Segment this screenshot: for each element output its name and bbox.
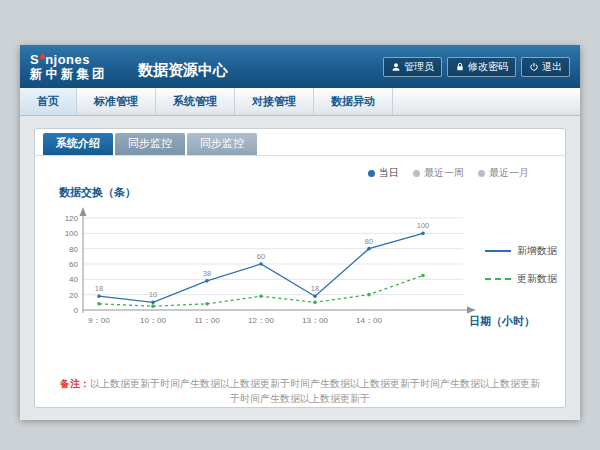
footnote-label: 备注： <box>60 378 90 389</box>
header-action-power[interactable]: 退出 <box>521 57 570 77</box>
filter-3[interactable]: 最近一月 <box>478 166 529 180</box>
filter-2[interactable]: 最近一周 <box>413 166 464 180</box>
legend-line-sample <box>485 250 511 252</box>
nav-item-3[interactable]: 系统管理 <box>156 88 235 115</box>
y-axis-title: 数据交换（条） <box>59 185 565 200</box>
radio-dot-icon <box>368 170 375 177</box>
svg-text:60: 60 <box>69 260 78 269</box>
line-chart: 0204060801001209：0010：0011：0012：0013：001… <box>45 202 497 340</box>
header-actions: 管理员修改密码退出 <box>383 57 570 77</box>
content-area: 系统介绍同步监控同步监控 当日最近一周最近一月 数据交换（条） 02040608… <box>20 116 580 420</box>
header-action-lock[interactable]: 修改密码 <box>447 57 516 77</box>
svg-text:12：00: 12：00 <box>248 316 274 325</box>
user-icon <box>391 62 401 72</box>
filter-label: 最近一月 <box>489 166 529 180</box>
page-title: 数据资源中心 <box>138 53 228 80</box>
svg-text:10：00: 10：00 <box>140 316 166 325</box>
filter-label: 当日 <box>379 166 399 180</box>
svg-text:60: 60 <box>257 252 265 261</box>
legend-label: 新增数据 <box>517 244 557 258</box>
main-nav: 首页标准管理系统管理对接管理数据异动 <box>20 88 580 116</box>
svg-text:80: 80 <box>69 245 78 254</box>
power-icon <box>529 62 539 72</box>
svg-text:0: 0 <box>74 306 79 315</box>
logo-brand: S*njones <box>30 52 122 67</box>
logo-text-prefix: S <box>30 52 39 67</box>
lock-icon <box>455 62 465 72</box>
footnote: 备注：以上数据更新于时间产生数据以上数据更新于时间产生数据以上数据更新于时间产生… <box>35 376 565 406</box>
header-action-label: 管理员 <box>404 60 434 74</box>
footnote-text: 以上数据更新于时间产生数据以上数据更新于时间产生数据以上数据更新于时间产生数据以… <box>90 378 540 404</box>
desktop-background: S*njones 新中新集团 数据资源中心 管理员修改密码退出 首页标准管理系统… <box>0 0 600 450</box>
x-axis-title: 日期（小时） <box>469 314 535 329</box>
logo: S*njones 新中新集团 <box>30 52 122 81</box>
header-action-label: 退出 <box>542 60 562 74</box>
header-action-user[interactable]: 管理员 <box>383 57 442 77</box>
legend-label: 更新数据 <box>517 272 557 286</box>
header-action-label: 修改密码 <box>468 60 508 74</box>
svg-text:11：00: 11：00 <box>194 316 220 325</box>
nav-item-4[interactable]: 对接管理 <box>235 88 314 115</box>
radio-dot-icon <box>413 170 420 177</box>
svg-text:13：00: 13：00 <box>302 316 328 325</box>
svg-text:120: 120 <box>65 214 79 223</box>
radio-dot-icon <box>478 170 485 177</box>
svg-text:10: 10 <box>149 290 157 299</box>
svg-text:20: 20 <box>69 291 78 300</box>
main-panel: 系统介绍同步监控同步监控 当日最近一周最近一月 数据交换（条） 02040608… <box>34 128 566 408</box>
chart-area: 0204060801001209：0010：0011：0012：0013：001… <box>35 202 565 352</box>
nav-item-5[interactable]: 数据异动 <box>314 88 393 115</box>
time-range-filters: 当日最近一周最近一月 <box>35 156 565 180</box>
svg-text:38: 38 <box>203 269 211 278</box>
legend-line-sample <box>485 278 511 280</box>
legend-item-1: 新增数据 <box>485 244 557 258</box>
svg-text:9：00: 9：00 <box>88 316 110 325</box>
svg-text:100: 100 <box>417 221 430 230</box>
svg-text:14：00: 14：00 <box>356 316 382 325</box>
logo-company-name: 新中新集团 <box>30 68 122 81</box>
chart-legend: 新增数据更新数据 <box>485 244 557 286</box>
svg-text:80: 80 <box>365 237 373 246</box>
app-window: S*njones 新中新集团 数据资源中心 管理员修改密码退出 首页标准管理系统… <box>20 45 580 419</box>
svg-text:18: 18 <box>95 284 103 293</box>
filter-1[interactable]: 当日 <box>368 166 399 180</box>
tab-3[interactable]: 同步监控 <box>187 133 257 155</box>
tab-1[interactable]: 系统介绍 <box>43 133 113 155</box>
logo-text-suffix: njones <box>45 52 90 67</box>
legend-item-2: 更新数据 <box>485 272 557 286</box>
tab-2[interactable]: 同步监控 <box>115 133 185 155</box>
svg-text:100: 100 <box>65 229 79 238</box>
svg-text:18: 18 <box>311 284 319 293</box>
nav-item-2[interactable]: 标准管理 <box>77 88 156 115</box>
filter-label: 最近一周 <box>424 166 464 180</box>
tab-bar: 系统介绍同步监控同步监控 <box>35 129 565 156</box>
app-header: S*njones 新中新集团 数据资源中心 管理员修改密码退出 <box>20 45 580 88</box>
svg-text:40: 40 <box>69 275 78 284</box>
nav-item-1[interactable]: 首页 <box>20 88 77 115</box>
chart-svg: 0204060801001209：0010：0011：0012：0013：001… <box>45 202 497 336</box>
